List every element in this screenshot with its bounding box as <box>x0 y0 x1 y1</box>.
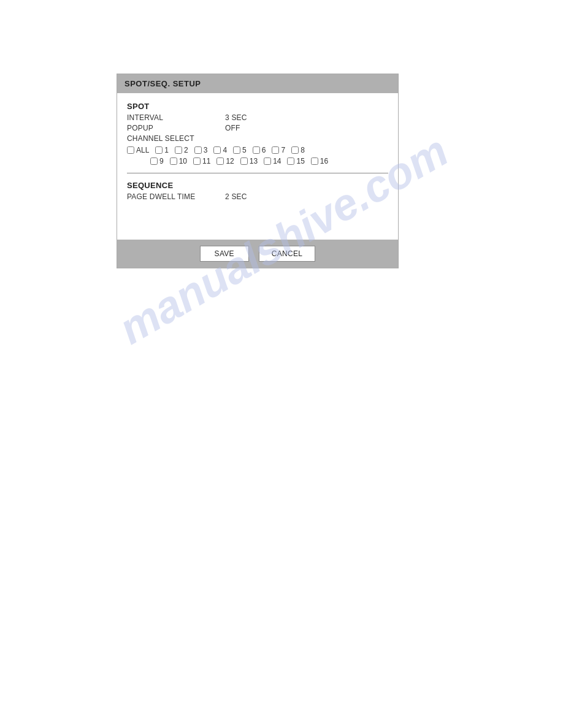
body-spacer <box>127 203 388 240</box>
popup-value: OFF <box>225 124 240 132</box>
channel-2[interactable]: 2 <box>175 146 188 154</box>
channel-4-checkbox[interactable] <box>213 146 221 154</box>
channel-14[interactable]: 14 <box>264 157 281 165</box>
channel-11-checkbox[interactable] <box>193 157 201 165</box>
save-button[interactable]: SAVE <box>200 246 249 262</box>
dialog-title: SPOT/SEQ. SETUP <box>117 74 398 93</box>
channel-row-1: ALL 1 2 3 4 5 <box>127 146 388 154</box>
channel-5[interactable]: 5 <box>233 146 247 154</box>
interval-row: INTERVAL 3 SEC <box>127 113 388 122</box>
dialog-footer: SAVE CANCEL <box>117 240 398 268</box>
channel-7-checkbox[interactable] <box>272 146 279 154</box>
channel-row-2: 9 10 11 12 13 14 <box>150 157 388 165</box>
channel-1-checkbox[interactable] <box>155 146 163 154</box>
spot-section-title: SPOT <box>127 102 388 111</box>
section-divider <box>127 173 388 173</box>
channel-all[interactable]: ALL <box>127 146 149 154</box>
channel-8[interactable]: 8 <box>291 146 305 154</box>
channel-15[interactable]: 15 <box>287 157 304 165</box>
channel-13-checkbox[interactable] <box>240 157 248 165</box>
dialog: SPOT/SEQ. SETUP SPOT INTERVAL 3 SEC POPU… <box>117 74 399 268</box>
popup-label: POPUP <box>127 124 225 132</box>
channel-3-checkbox[interactable] <box>194 146 202 154</box>
channel-13[interactable]: 13 <box>240 157 258 165</box>
channel-5-checkbox[interactable] <box>233 146 240 154</box>
dialog-body: SPOT INTERVAL 3 SEC POPUP OFF CHANNEL SE… <box>117 93 398 240</box>
channel-12-checkbox[interactable] <box>216 157 224 165</box>
channel-10-checkbox[interactable] <box>170 157 177 165</box>
page-dwell-row: PAGE DWELL TIME 2 SEC <box>127 192 388 201</box>
channel-select-label: CHANNEL SELECT <box>127 134 388 143</box>
channel-4[interactable]: 4 <box>213 146 227 154</box>
channel-10[interactable]: 10 <box>170 157 187 165</box>
channel-7[interactable]: 7 <box>272 146 285 154</box>
page-dwell-value: 2 SEC <box>225 192 247 201</box>
page-dwell-label: PAGE DWELL TIME <box>127 192 225 201</box>
channel-14-checkbox[interactable] <box>264 157 271 165</box>
channel-16[interactable]: 16 <box>311 157 328 165</box>
sequence-section-title: SEQUENCE <box>127 181 388 190</box>
channel-6[interactable]: 6 <box>253 146 266 154</box>
channel-12[interactable]: 12 <box>216 157 234 165</box>
channel-8-checkbox[interactable] <box>291 146 299 154</box>
interval-label: INTERVAL <box>127 113 225 122</box>
interval-value: 3 SEC <box>225 113 247 122</box>
channel-9[interactable]: 9 <box>150 157 164 165</box>
channel-6-checkbox[interactable] <box>253 146 260 154</box>
channel-1[interactable]: 1 <box>155 146 169 154</box>
cancel-button[interactable]: CANCEL <box>259 246 315 262</box>
channel-15-checkbox[interactable] <box>287 157 294 165</box>
channel-2-checkbox[interactable] <box>175 146 182 154</box>
popup-row: POPUP OFF <box>127 124 388 132</box>
channel-16-checkbox[interactable] <box>311 157 318 165</box>
channel-11[interactable]: 11 <box>193 157 210 165</box>
channel-3[interactable]: 3 <box>194 146 208 154</box>
channel-9-checkbox[interactable] <box>150 157 158 165</box>
channel-all-checkbox[interactable] <box>127 146 134 154</box>
